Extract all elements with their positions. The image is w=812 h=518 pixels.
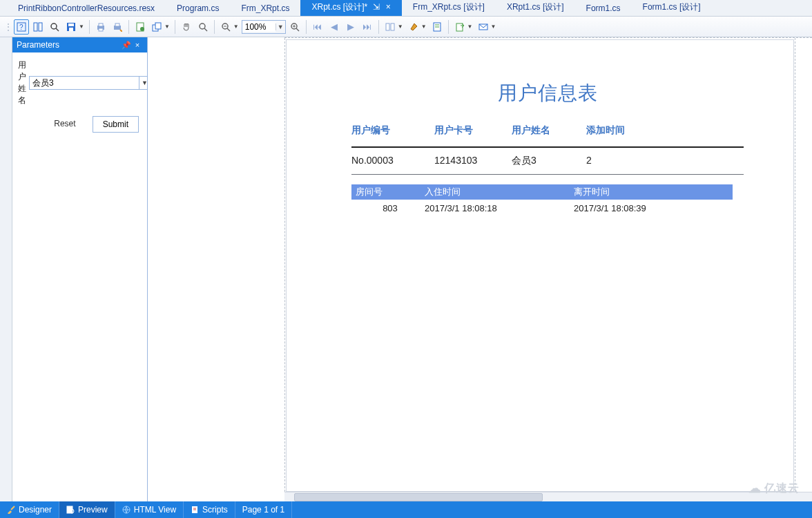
cloud-icon: ☁ [748,481,762,496]
svg-text:?: ? [19,23,23,31]
scripts-icon [191,506,199,514]
watermark-button[interactable] [429,19,445,35]
pin-icon[interactable]: ⇲ [373,2,380,12]
main-area: Parameters 📌 × 用户姓名 ▼ Reset Submit 用户信息表 [0,37,812,501]
zoom-input[interactable] [242,22,276,32]
multipage-button[interactable] [383,19,398,35]
multipage-dropdown[interactable]: ▼ [398,23,405,30]
tab-form1-design[interactable]: Form1.cs [设计] [632,0,712,16]
tab-xrpt1-design[interactable]: XRpt1.cs [设计] [496,0,575,16]
svg-rect-27 [386,23,389,30]
save-button[interactable] [64,19,79,35]
svg-line-26 [296,28,299,31]
close-panel-icon[interactable]: × [132,41,143,49]
svg-rect-13 [115,23,119,26]
prev-page-button[interactable]: ◀ [327,19,342,35]
param-combo-username[interactable]: ▼ [29,76,151,90]
zoom-dropdown[interactable]: ▼ [276,23,285,30]
zoom-out-dropdown[interactable]: ▼ [233,23,240,30]
svg-point-15 [140,27,144,31]
search-button[interactable] [47,19,62,35]
sub-cell-checkout: 2017/3/1 18:08:39 [574,203,726,213]
cell-name: 会员3 [512,155,586,167]
col-header-card: 用户卡号 [434,124,512,137]
sub-cell-checkin: 2017/3/1 18:08:18 [425,203,574,213]
html-icon [122,506,130,514]
svg-rect-17 [155,23,161,29]
param-label-username: 用户姓名 [18,59,26,106]
zoom-in-button[interactable] [287,19,302,35]
scale-button[interactable] [149,19,164,35]
tab-resources[interactable]: PrintRibbonControllerResources.resx [7,1,166,16]
view-preview-button[interactable]: Preview [59,501,115,518]
svg-rect-10 [99,23,103,26]
scrollbar-thumb[interactable] [294,493,543,501]
save-dropdown[interactable]: ▼ [79,23,86,30]
report-page: 用户信息表 用户编号 用户卡号 用户姓名 添加时间 No.00003 12143… [286,39,794,492]
svg-rect-11 [99,28,103,31]
pin-panel-icon[interactable]: 📌 [121,41,132,50]
sub-col-checkout: 离开时间 [574,186,726,198]
email-dropdown[interactable]: ▼ [491,23,498,30]
parameters-title: Parameters [17,40,121,50]
next-page-button[interactable]: ▶ [343,19,358,35]
svg-rect-2 [34,23,37,31]
document-tab-strip: PrintRibbonControllerResources.resx Prog… [0,0,812,17]
col-header-name: 用户姓名 [512,124,586,137]
email-button[interactable] [476,19,491,35]
view-scripts-button[interactable]: Scripts [184,501,235,518]
toggle-sidebar-button[interactable]: ? [14,19,29,35]
toolbar: ⋮ ? ▼ ▼ ▼ ▼ ⏮ ◀ ▶ ⏭ ▼ ▼ ▼ ▼ [0,17,812,37]
page-info: Page 1 of 1 [235,501,292,518]
sub-header-row: 房间号 入住时间 离开时间 [351,184,733,200]
find-button[interactable] [30,19,46,35]
svg-line-5 [56,28,59,31]
svg-rect-32 [456,23,463,31]
svg-rect-7 [68,23,74,26]
zoom-out-button[interactable] [218,19,233,35]
cell-card: 12143103 [434,155,512,167]
svg-point-4 [51,23,57,29]
submit-button[interactable]: Submit [93,116,139,133]
background-color-button[interactable] [406,19,421,35]
tab-frm-xrpt[interactable]: Frm_XRpt.cs [230,1,300,16]
designer-icon [7,506,15,514]
col-header-addtime: 添加时间 [586,124,655,137]
view-html-button[interactable]: HTML View [115,501,184,518]
toolbar-grip: ⋮ [4,22,12,32]
tab-program[interactable]: Program.cs [166,1,230,16]
sub-data-row: 803 2017/3/1 18:08:18 2017/3/1 18:08:39 [351,200,733,217]
sub-col-checkin: 入住时间 [425,186,574,198]
quick-print-button[interactable] [110,19,125,35]
export-button[interactable] [452,19,467,35]
first-page-button[interactable]: ⏮ [310,19,325,35]
bgcolor-dropdown[interactable]: ▼ [421,23,428,30]
zoom-combo[interactable]: ▼ [242,20,286,34]
preview-area: 用户信息表 用户编号 用户卡号 用户姓名 添加时间 No.00003 12143… [148,37,812,501]
status-bar: Designer Preview HTML View Scripts Page … [0,501,812,518]
cell-id: No.00003 [351,155,434,167]
view-designer-button[interactable]: Designer [0,501,59,518]
svg-rect-28 [391,23,394,30]
col-header-id: 用户编号 [351,124,434,137]
hand-tool-button[interactable] [179,19,194,35]
page-setup-button[interactable] [133,19,148,35]
param-input-username[interactable] [30,77,139,89]
export-dropdown[interactable]: ▼ [467,23,474,30]
report-data-row: No.00003 12143103 会员3 2 [351,152,744,171]
close-icon[interactable]: × [386,2,391,12]
tab-frm-xrpt-design[interactable]: Frm_XRpt.cs [设计] [402,0,496,16]
tab-xrpt-design[interactable]: XRpt.cs [设计]* ⇲ × [300,0,401,16]
last-page-button[interactable]: ⏭ [360,19,375,35]
watermark: ☁ 亿速云 [748,481,800,496]
print-button[interactable] [93,19,108,35]
horizontal-scrollbar[interactable] [284,492,812,501]
scale-dropdown[interactable]: ▼ [164,23,171,30]
parameters-panel: Parameters 📌 × 用户姓名 ▼ Reset Submit [12,37,148,501]
svg-point-18 [200,23,205,29]
svg-line-22 [227,28,230,31]
reset-button[interactable]: Reset [44,116,85,133]
magnifier-button[interactable] [195,19,211,35]
tab-form1[interactable]: Form1.cs [575,1,632,16]
side-gutter [0,37,12,501]
